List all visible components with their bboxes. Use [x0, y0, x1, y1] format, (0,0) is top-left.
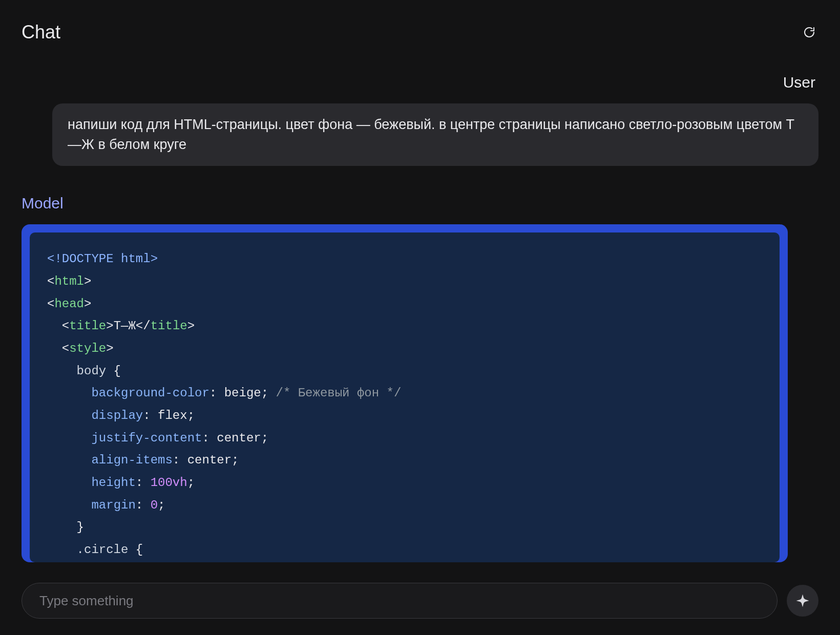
page-title: Chat: [22, 22, 60, 43]
code-block-inner: <!DOCTYPE html> <html> <head> <title>Т—Ж…: [30, 232, 780, 562]
code-content: <!DOCTYPE html> <html> <head> <title>Т—Ж…: [47, 248, 762, 561]
user-role-label: User: [22, 74, 818, 91]
user-message: напиши код для HTML-страницы. цвет фона …: [52, 103, 818, 166]
refresh-button[interactable]: [800, 23, 818, 41]
chat-app: Chat User напиши код для HTML-страницы. …: [0, 0, 840, 635]
header: Chat: [0, 0, 840, 43]
model-role-label: Model: [22, 195, 818, 212]
conversation: User напиши код для HTML-страницы. цвет …: [0, 74, 840, 573]
model-response-code-block: <!DOCTYPE html> <html> <head> <title>Т—Ж…: [22, 224, 788, 562]
message-input-wrap[interactable]: [22, 583, 778, 619]
send-button[interactable]: [787, 585, 818, 617]
composer: [0, 573, 840, 635]
sparkle-icon: [795, 593, 810, 608]
message-input[interactable]: [38, 592, 761, 609]
refresh-icon: [803, 25, 815, 39]
